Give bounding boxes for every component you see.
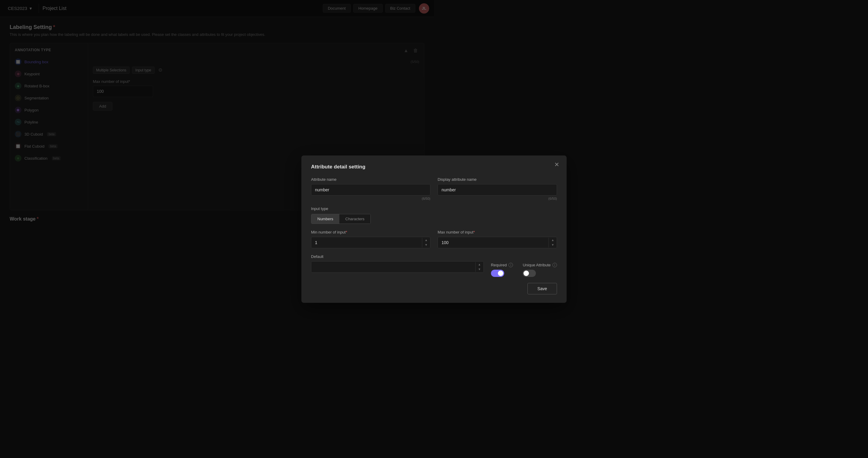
attribute-name-char-count: (6/50) [311, 197, 430, 200]
attribute-detail-modal: Attribute detail setting ✕ Attribute nam… [301, 156, 434, 229]
input-tab-characters[interactable]: Characters [339, 214, 371, 224]
input-tab-numbers[interactable]: Numbers [311, 214, 339, 224]
attribute-name-label: Attribute name [311, 177, 430, 182]
attribute-name-row: Attribute name (6/50) Display attribute … [311, 177, 434, 200]
modal-overlay[interactable]: Attribute detail setting ✕ Attribute nam… [0, 0, 434, 229]
input-type-label: Input type [311, 206, 434, 211]
attribute-name-input[interactable] [311, 184, 430, 196]
attribute-name-group: Attribute name (6/50) [311, 177, 430, 200]
modal-title: Attribute detail setting [311, 164, 434, 170]
input-type-tabs: Numbers Characters [311, 214, 371, 224]
